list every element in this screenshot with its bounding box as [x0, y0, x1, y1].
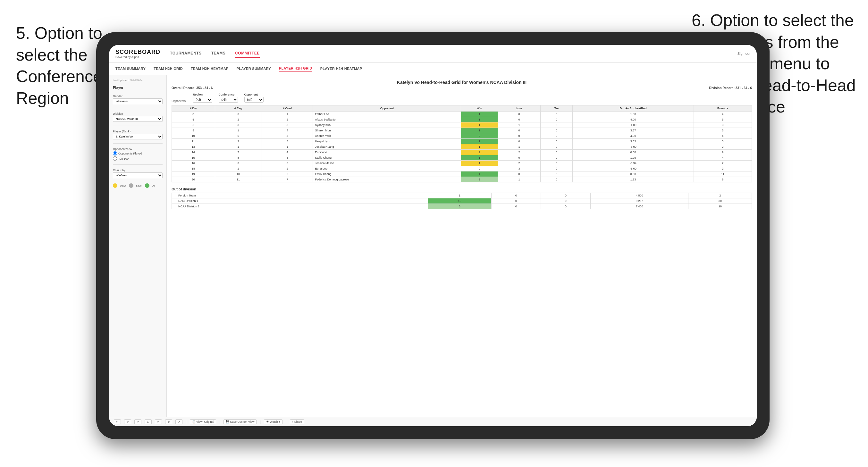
nav-items: TOURNAMENTS TEAMS COMMITTEE — [170, 49, 738, 58]
cell-tie: 0 — [540, 144, 573, 150]
cell-rounds: 3 — [693, 128, 752, 133]
col-reg: # Reg — [215, 105, 262, 112]
nav-item-tournaments[interactable]: TOURNAMENTS — [170, 49, 202, 58]
gender-group: Gender Women's — [113, 95, 162, 104]
sub-nav-player-h2h-grid[interactable]: PLAYER H2H GRID — [279, 65, 312, 72]
player-section-title: Player — [113, 86, 162, 89]
cell-loss: 1 — [498, 122, 540, 128]
player-rank-select[interactable]: 8. Katelyn Vo — [113, 134, 162, 139]
cell-conf: 6 — [262, 172, 313, 177]
cell-div: 10 — [172, 133, 215, 139]
toolbar-add[interactable]: ⊕ — [165, 419, 172, 424]
radio-opponents-played[interactable]: Opponents Played — [113, 151, 162, 155]
toolbar-grid[interactable]: ⊞ — [145, 419, 152, 424]
cell-tie: 0 — [540, 177, 573, 182]
col-rounds: Rounds — [693, 105, 752, 112]
cell-opponent: Sydney Kuo — [313, 122, 461, 128]
cell-reg: 2 — [215, 139, 262, 144]
opponent-view-radio-group: Opponents Played Top 100 — [113, 151, 162, 161]
sub-nav-player-summary[interactable]: PLAYER SUMMARY — [237, 65, 271, 72]
main-content: Last Updated: 27/03/2024 Player Gender W… — [109, 75, 757, 417]
filter-opponent-group: Opponent (All) — [244, 93, 264, 102]
cell-conf: 1 — [262, 112, 313, 117]
radio-top100[interactable]: Top 100 — [113, 156, 162, 161]
sidebar-divider-3 — [113, 143, 162, 144]
tablet: SCOREBOARD Powered by clippd TOURNAMENTS… — [96, 32, 770, 439]
toolbar-view-original[interactable]: 📋 View: Original — [190, 419, 216, 424]
cell-loss: 0 — [498, 155, 540, 161]
table-row: 6 3 3 Sydney Kuo 1 1 0 -1.00 3 — [172, 122, 752, 128]
cell-div: 9 — [172, 128, 215, 133]
cell-opponent: Euna Lee — [313, 166, 461, 172]
cell-div: 14 — [172, 150, 215, 155]
cell-loss: 2 — [498, 161, 540, 166]
cell-div: 3 — [172, 112, 215, 117]
cell-opponent: Esther Lee — [313, 112, 461, 117]
top-nav: SCOREBOARD Powered by clippd TOURNAMENTS… — [109, 45, 757, 62]
radio-opponents-played-input[interactable] — [113, 151, 117, 155]
toolbar-watch[interactable]: 👁 Watch ▾ — [264, 419, 282, 424]
division-select[interactable]: NCAA Division III — [113, 116, 162, 122]
sub-nav-player-h2h-heatmap[interactable]: PLAYER H2H HEATMAP — [320, 65, 362, 72]
cell-div: 11 — [172, 139, 215, 144]
cell-diff: 0.38 — [573, 150, 693, 155]
cell-conf: 1 — [262, 144, 313, 150]
nav-item-committee[interactable]: COMMITTEE — [235, 49, 260, 58]
cell-out-diff: 7.400 — [591, 204, 688, 209]
sidebar-divider-1 — [113, 108, 162, 108]
cell-diff: 4.00 — [573, 133, 693, 139]
sub-nav-team-h2h-heatmap[interactable]: TEAM H2H HEATMAP — [191, 65, 228, 72]
cell-tie: 0 — [540, 172, 573, 177]
cell-loss: 1 — [498, 144, 540, 150]
cell-out-opponent: NCAA Division 2 — [172, 204, 428, 209]
cell-out-opponent: NAIA Division 1 — [172, 198, 428, 204]
sub-nav-team-summary[interactable]: TEAM SUMMARY — [116, 65, 146, 72]
records-row: Overall Record: 353 - 34 - 6 Division Re… — [172, 86, 752, 90]
filter-region-group: Region (All) — [193, 93, 212, 102]
filter-conference-group: Conference (All) — [219, 93, 238, 102]
sign-out-link[interactable]: Sign out — [738, 52, 750, 56]
sidebar-divider-4 — [113, 164, 162, 165]
cell-opponent: Federica Domecq Lacroze — [313, 177, 461, 182]
cell-opponent: Jessica Huang — [313, 144, 461, 150]
toolbar-save-custom[interactable]: 💾 Save Custom View — [223, 419, 256, 424]
cell-win: 4 — [461, 172, 498, 177]
cell-reg: 7 — [215, 150, 262, 155]
cell-diff: 1.25 — [573, 155, 693, 161]
gender-select[interactable]: Women's — [113, 98, 162, 104]
toolbar-cut[interactable]: ✂ — [155, 419, 162, 424]
cell-reg: 11 — [215, 177, 262, 182]
cell-tie: 0 — [540, 112, 573, 117]
radio-top100-input[interactable] — [113, 156, 117, 161]
cell-diff: -3.00 — [573, 144, 693, 150]
filter-region-select[interactable]: (All) — [193, 97, 212, 102]
cell-rounds: 4 — [693, 112, 752, 117]
cell-tie: 0 — [540, 155, 573, 161]
cell-reg: 1 — [215, 128, 262, 133]
cell-opponent: Andrea York — [313, 133, 461, 139]
dot-gray — [129, 183, 133, 188]
sub-nav-team-h2h-grid[interactable]: TEAM H2H GRID — [154, 65, 183, 72]
toolbar-back[interactable]: ↩ — [134, 419, 142, 424]
toolbar-redo[interactable]: ↻ — [124, 419, 131, 424]
cell-tie: 0 — [540, 166, 573, 172]
cell-diff: 3.67 — [573, 128, 693, 133]
toolbar-share[interactable]: ↑ Share — [290, 419, 304, 424]
table-row: 9 1 4 Sharon Mun 1 0 0 3.67 3 — [172, 128, 752, 133]
overall-record: Overall Record: 353 - 34 - 6 — [172, 86, 213, 90]
filter-conference-select[interactable]: (All) — [219, 97, 238, 102]
table-row: 13 1 1 Jessica Huang 1 1 0 -3.00 2 — [172, 144, 752, 150]
cell-div: 13 — [172, 144, 215, 150]
cell-out-loss: 0 — [491, 198, 541, 204]
logo-sub: Powered by clippd — [116, 56, 160, 59]
player-section: Player — [113, 86, 162, 91]
toolbar-undo[interactable]: ↩ — [114, 419, 121, 424]
filter-opponent-select[interactable]: (All) — [244, 97, 264, 102]
toolbar-sep-2: | — [219, 420, 220, 424]
colour-by-select[interactable]: Win/loss — [113, 173, 162, 178]
toolbar-refresh[interactable]: ⟳ — [176, 419, 182, 424]
cell-opponent: Heejo Hyun — [313, 139, 461, 144]
nav-item-teams[interactable]: TEAMS — [211, 49, 226, 58]
table-row: 11 2 5 Heejo Hyun 1 0 0 3.33 3 — [172, 139, 752, 144]
cell-rounds: 3 — [693, 122, 752, 128]
